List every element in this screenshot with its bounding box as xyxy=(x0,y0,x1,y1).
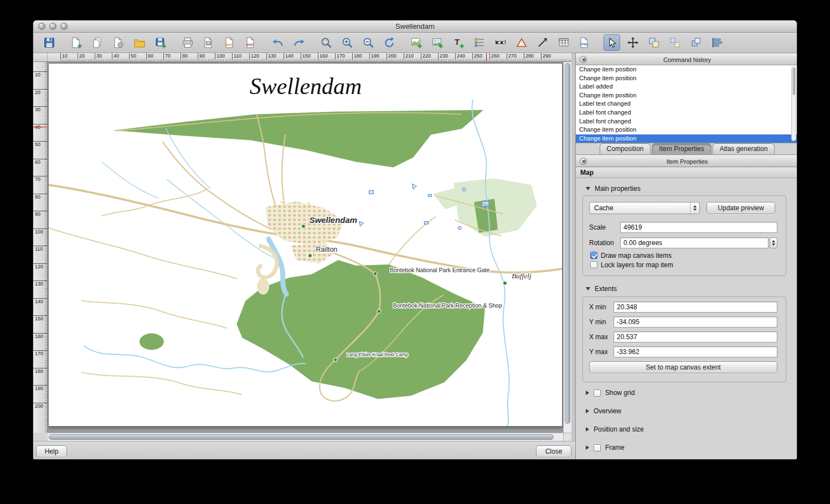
scale-input[interactable] xyxy=(620,222,777,233)
rotation-stepper[interactable] xyxy=(770,237,777,248)
redo-button[interactable] xyxy=(291,34,307,51)
checkbox[interactable] xyxy=(590,252,597,259)
zoom-out-button[interactable] xyxy=(360,34,377,51)
command-history-item[interactable]: Label font changed xyxy=(576,108,797,117)
panel-tab[interactable]: Item Properties xyxy=(652,143,711,154)
collapsed-section-row[interactable]: Position and size xyxy=(586,425,785,434)
collapsed-section-row[interactable]: Show grid xyxy=(586,388,785,397)
export-pdf-button[interactable]: PDF xyxy=(243,34,259,51)
add-arrow-button[interactable] xyxy=(534,34,551,51)
disclosure-triangle-icon[interactable] xyxy=(586,445,589,450)
add-scalebar-button[interactable] xyxy=(492,34,509,51)
refresh-view-button[interactable] xyxy=(381,34,398,51)
add-attribute-table-button[interactable] xyxy=(555,34,572,51)
disclosure-triangle-icon[interactable] xyxy=(586,427,589,432)
set-extent-button[interactable]: Set to map canvas extent xyxy=(589,361,777,373)
command-history-scrollbar[interactable] xyxy=(791,66,796,141)
right-panel: Command history Change item positionChan… xyxy=(575,53,797,460)
command-history-item[interactable]: Change item position xyxy=(576,134,797,143)
duplicate-composition-button[interactable] xyxy=(89,34,106,51)
select-move-item-button[interactable] xyxy=(604,34,620,51)
export-svg-button[interactable]: SVG xyxy=(221,34,238,51)
disclosure-triangle-icon[interactable] xyxy=(586,391,589,395)
canvas-horizontal-scrollbar[interactable] xyxy=(48,433,563,441)
scrollbar-thumb[interactable] xyxy=(565,63,570,424)
command-history-item[interactable]: Label text changed xyxy=(576,100,797,108)
titlebar[interactable]: Swellendam xyxy=(33,20,797,33)
zoom-in-button[interactable] xyxy=(339,34,355,51)
composition-canvas[interactable]: Swellendam Railton Bontebok National Par… xyxy=(48,62,563,433)
command-history-item[interactable]: Label added xyxy=(576,82,797,91)
vertical-ruler[interactable]: 1020304050607080901001101201301401501601… xyxy=(33,62,48,433)
update-preview-button[interactable]: Update preview xyxy=(707,202,775,214)
close-panel-icon[interactable] xyxy=(580,56,587,63)
extent-field-input[interactable] xyxy=(614,302,777,313)
composition-page[interactable]: Swellendam Railton Bontebok National Par… xyxy=(48,63,563,427)
panel-tab[interactable]: Atlas generation xyxy=(713,143,775,154)
add-html-frame-button[interactable]: HTML xyxy=(576,34,593,51)
undo-button[interactable] xyxy=(270,34,286,51)
svg-text:SVG: SVG xyxy=(226,43,233,46)
command-history-item[interactable]: Change item position xyxy=(576,65,797,74)
label-reception: Bontebok National Park Reception & Shop xyxy=(393,303,502,309)
canvas-vertical-scrollbar[interactable] xyxy=(563,62,571,433)
checkbox[interactable] xyxy=(594,389,601,397)
scrollbar-thumb[interactable] xyxy=(49,434,554,440)
checkbox[interactable] xyxy=(590,261,597,268)
scrollbar-thumb[interactable] xyxy=(792,67,795,95)
collapsed-section-row[interactable]: Overview xyxy=(586,407,785,415)
extent-field-input[interactable] xyxy=(614,316,777,328)
add-label-button[interactable]: T xyxy=(450,34,467,51)
command-history-item[interactable]: Change item position xyxy=(576,74,797,83)
command-history-item[interactable]: Change item position xyxy=(576,126,797,134)
horizontal-ruler[interactable]: 1020304050607080901001101201301401501601… xyxy=(48,53,572,62)
extent-field-input[interactable] xyxy=(614,331,777,342)
save-template-button[interactable] xyxy=(152,34,169,51)
zoom-full-button[interactable] xyxy=(318,34,334,51)
move-item-content-button[interactable] xyxy=(625,34,641,51)
print-button[interactable] xyxy=(179,34,196,51)
close-panel-icon[interactable] xyxy=(580,158,587,165)
group-items-button[interactable] xyxy=(646,34,662,51)
close-window-icon[interactable] xyxy=(38,23,45,30)
zoom-window-icon[interactable] xyxy=(60,23,68,30)
close-button[interactable]: Close xyxy=(536,445,571,458)
main-properties-heading[interactable]: Main properties xyxy=(586,185,641,193)
save-project-button[interactable] xyxy=(41,34,58,51)
add-map-button[interactable] xyxy=(408,34,425,51)
raise-items-button[interactable] xyxy=(688,34,704,51)
extents-heading[interactable]: Extents xyxy=(586,285,617,293)
composer-manager-button[interactable] xyxy=(110,34,127,51)
map-item[interactable]: Swellendam Railton Bontebok National Par… xyxy=(49,64,562,426)
new-composition-button[interactable] xyxy=(68,34,85,51)
collapsed-section-row[interactable]: Frame xyxy=(586,443,785,452)
command-history-list[interactable]: Change item positionChange item position… xyxy=(576,65,797,143)
cache-mode-select[interactable]: Cache xyxy=(589,202,700,214)
align-items-button[interactable] xyxy=(709,34,725,51)
command-history-item[interactable]: Change item position xyxy=(576,91,797,100)
road xyxy=(82,301,228,329)
disclosure-triangle-icon[interactable] xyxy=(586,187,590,190)
option-label: Draw map canvas items xyxy=(601,252,672,259)
rotation-input[interactable] xyxy=(620,237,769,248)
extent-field-label: Y max xyxy=(589,348,614,356)
disclosure-triangle-icon[interactable] xyxy=(586,287,590,290)
export-image-button[interactable] xyxy=(200,34,217,51)
ungroup-items-button[interactable] xyxy=(667,34,683,51)
disclosure-triangle-icon[interactable] xyxy=(586,409,589,413)
add-image-button[interactable] xyxy=(429,34,446,51)
add-shape-button[interactable] xyxy=(513,34,530,51)
map-title-label[interactable]: Swellendam xyxy=(250,74,362,99)
add-legend-button[interactable] xyxy=(471,34,488,51)
panel-tab[interactable]: Composition xyxy=(600,143,651,154)
combo-arrows-icon xyxy=(690,202,699,214)
command-history-item[interactable]: Label font changed xyxy=(576,117,797,126)
help-button[interactable]: Help xyxy=(36,445,67,458)
ruler-cursor-marker xyxy=(486,53,487,62)
checkbox[interactable] xyxy=(594,444,601,451)
label-swellendam: Swellendam xyxy=(310,215,357,225)
extent-field-input[interactable] xyxy=(614,346,777,357)
option-row: Lock layers for map item xyxy=(590,260,673,269)
minimize-window-icon[interactable] xyxy=(49,23,56,30)
load-template-button[interactable] xyxy=(131,34,148,51)
